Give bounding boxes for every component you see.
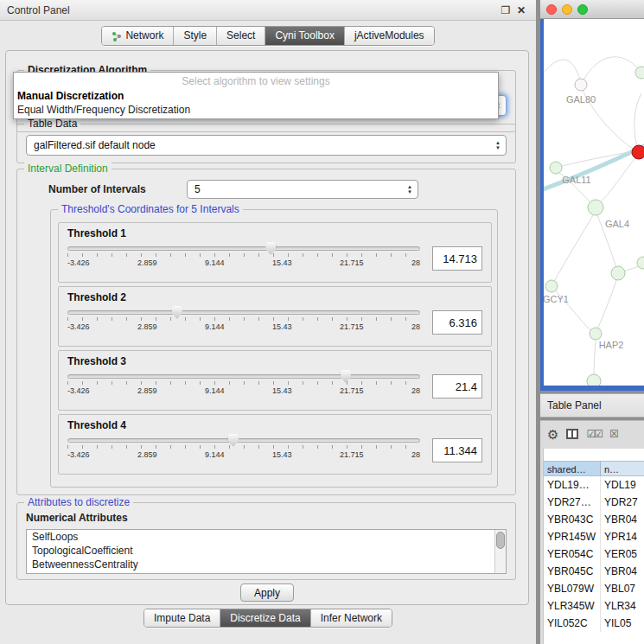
slider-track[interactable] (67, 438, 420, 443)
select-all-checkbox-icon[interactable]: ☑☑ (586, 429, 602, 439)
network-node[interactable] (590, 328, 602, 340)
table-row[interactable]: YDL19… YDL19 (544, 476, 644, 494)
network-node-selected[interactable] (632, 145, 644, 159)
tab-label: Impute Data (154, 609, 210, 628)
network-node[interactable] (635, 67, 644, 79)
list-scrollbar[interactable] (494, 530, 506, 573)
table-row[interactable]: YDR27… YDR27 (544, 494, 644, 511)
control-panel-tabs: Network Style Select Cyni Toolbox jActiv… (0, 26, 536, 46)
threshold-2-value-input[interactable] (432, 310, 482, 335)
threshold-2-slider[interactable]: -3.4262.8599.14415.4321.71528 (67, 310, 420, 331)
cell-name: YPR14 (601, 528, 644, 545)
dropdown-option-manual[interactable]: Manual Discretization (14, 89, 498, 103)
numerical-attributes-list[interactable]: SelfLoops TopologicalCoefficient Between… (26, 529, 507, 574)
tab-impute-data[interactable]: Impute Data (144, 609, 220, 627)
minimize-traffic-light[interactable] (562, 4, 572, 15)
threshold-4-slider[interactable]: -3.4262.8599.14415.4321.71528 (67, 438, 420, 459)
table-row[interactable]: YBR045C YBR04 (544, 563, 644, 580)
control-panel-window: Control Panel ❐ ✕ Network Style Select (0, 0, 536, 644)
cell-shared-name: YDR27… (544, 494, 601, 511)
tab-label: Discretize Data (230, 609, 300, 628)
float-window-icon[interactable]: ❐ (498, 4, 513, 16)
numerical-attributes-label: Numerical Attributes (26, 512, 128, 524)
cell-shared-name: YBR045C (544, 563, 601, 580)
slider-ticks (67, 381, 420, 385)
network-node[interactable] (611, 266, 625, 280)
group-title: Attributes to discretize (24, 496, 133, 508)
threshold-label: Threshold 1 (67, 227, 482, 239)
list-item[interactable]: SelfLoops (27, 530, 506, 544)
cell-shared-name: YPR145W (544, 528, 601, 545)
list-item[interactable]: TopologicalCoefficient (27, 544, 506, 558)
table-row[interactable]: YBR043C YBR04 (544, 511, 644, 528)
group-title: Interval Definition (24, 163, 112, 175)
cell-shared-name: YBR043C (544, 511, 601, 528)
tab-infer-network[interactable]: Infer Network (310, 609, 392, 627)
slider-scale: -3.4262.8599.14415.4321.71528 (67, 258, 420, 267)
combo-value: 5 (194, 183, 402, 195)
group-title: Threshold's Coordinates for 5 Intervals (58, 203, 243, 215)
combo-stepper-icon: ▲ ▼ (402, 184, 418, 194)
tab-network[interactable]: Network (102, 27, 173, 45)
control-panel-titlebar: Control Panel ❐ ✕ (0, 0, 536, 21)
table-row[interactable]: YBL079W YBL07 (544, 580, 644, 597)
column-header-shared-name[interactable]: shared… (544, 461, 601, 476)
threshold-1-value-input[interactable] (432, 246, 482, 271)
show-columns-icon[interactable] (566, 429, 578, 439)
tab-label: Select (226, 27, 255, 45)
slider-track[interactable] (67, 374, 420, 379)
table-panel-title: Table Panel (547, 399, 602, 411)
table-toolbar: ⚙ ☑☑ ☒ (540, 421, 644, 447)
tab-select[interactable]: Select (216, 27, 265, 45)
column-header-name[interactable]: n… (601, 461, 644, 476)
threshold-3-value-input[interactable] (432, 374, 482, 399)
close-traffic-light[interactable] (546, 4, 557, 15)
tab-discretize-data[interactable]: Discretize Data (220, 609, 309, 627)
threshold-4-value-input[interactable] (432, 438, 482, 462)
network-edge (556, 151, 632, 168)
scrollbar-thumb[interactable] (496, 532, 505, 549)
dropdown-option-equal-width[interactable]: Equal Width/Frequency Discretization (14, 103, 498, 117)
table-row[interactable]: YER054C YER05 (544, 545, 644, 563)
network-node[interactable] (588, 200, 603, 215)
zoom-traffic-light[interactable] (577, 4, 588, 15)
cell-shared-name: YDL19… (544, 476, 601, 494)
network-node[interactable] (545, 280, 558, 292)
threshold-3-slider[interactable]: -3.4262.8599.14415.4321.71528 (67, 374, 420, 395)
number-of-intervals-combobox[interactable]: 5 ▲ ▼ (187, 180, 418, 199)
table-row[interactable]: YIL052C YIL05 (544, 615, 644, 632)
slider-ticks (67, 317, 420, 321)
network-edge (552, 286, 590, 330)
threshold-1-block: Threshold 1 -3.4262.8599.14415.4321.7152… (58, 222, 492, 283)
gear-icon[interactable]: ⚙ (547, 428, 558, 441)
tab-jactivemodules[interactable]: jActiveModules (344, 27, 434, 45)
list-item[interactable]: BetweennessCentrality (27, 558, 506, 571)
tab-style[interactable]: Style (173, 27, 216, 45)
cell-name: YBR04 (601, 511, 644, 528)
network-node[interactable] (575, 79, 587, 91)
network-view-window: GAL80 GAL11 GAL4 GCY1 HAP2 (540, 0, 644, 391)
algorithm-dropdown-popup: Select algorithm to view settings Manual… (13, 72, 499, 119)
threshold-1-slider[interactable]: -3.4262.8599.14415.4321.71528 (67, 246, 420, 267)
network-edge (544, 60, 580, 80)
slider-track[interactable] (67, 246, 420, 251)
network-canvas[interactable]: GAL80 GAL11 GAL4 GCY1 HAP2 (544, 19, 644, 386)
cell-name: YER05 (601, 545, 644, 563)
network-node[interactable] (587, 374, 601, 386)
close-icon[interactable]: ✕ (513, 4, 529, 16)
cell-name: YDR27 (601, 494, 644, 511)
slider-ticks (67, 253, 420, 257)
tab-cyni-toolbox[interactable]: Cyni Toolbox (265, 27, 343, 45)
table-data-combobox[interactable]: galFiltered.sif default node ▲ ▼ (26, 135, 507, 156)
network-node[interactable] (550, 162, 562, 174)
cell-shared-name: YER054C (544, 545, 601, 563)
clear-selection-icon[interactable]: ☒ (609, 429, 617, 439)
table-row[interactable]: YLR345W YLR34 (544, 597, 644, 615)
node-label: GAL11 (562, 175, 590, 185)
table-header-row: shared… n… (544, 461, 644, 476)
slider-track[interactable] (67, 310, 420, 315)
apply-button[interactable]: Apply (240, 583, 294, 602)
tab-label: Network (125, 27, 163, 45)
table-row[interactable]: YPR145W YPR14 (544, 528, 644, 545)
threshold-4-block: Threshold 4 -3.4262.8599.14415.4321.7152… (58, 414, 492, 475)
